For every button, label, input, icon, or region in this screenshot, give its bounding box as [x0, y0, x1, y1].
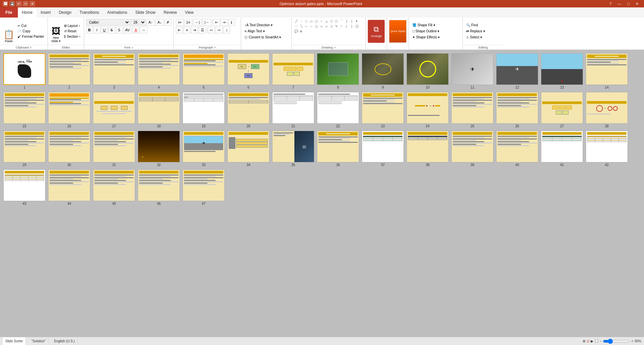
shape-flowchart-icon[interactable]: ⬜ [354, 24, 359, 29]
shape-double-arrow-icon[interactable]: ↔ [309, 24, 314, 29]
slide-item[interactable]: ✈ 32 [138, 131, 180, 167]
slide-item[interactable]: 44 [48, 169, 90, 206]
paste-button[interactable]: 📋 Paste [2, 20, 15, 43]
slide-item[interactable]: 2 [48, 53, 90, 89]
font-name-select[interactable]: Calibri [86, 19, 130, 26]
slide-item[interactable]: 39 [451, 131, 493, 167]
slide-item[interactable]: 40 [496, 131, 538, 167]
slide-item[interactable]: 46 [138, 169, 180, 206]
menu-animations[interactable]: Animations [103, 7, 131, 18]
slide-item[interactable]: 5 [183, 53, 225, 89]
text-direction-button[interactable]: ↕A Text Direction ▾ [243, 23, 274, 28]
view-slideshow-icon[interactable]: ⛶ [595, 339, 598, 343]
cut-button[interactable]: ✂ Cut [16, 23, 45, 28]
bullets-button[interactable]: ≡• [176, 19, 183, 26]
clipboard-expand-icon[interactable]: ↗ [29, 46, 32, 49]
slide-item[interactable]: 47 [183, 169, 225, 206]
slide-item[interactable]: ● → ● 24 [407, 92, 449, 128]
font-size-select[interactable]: 28 [131, 19, 146, 26]
shape-para-icon[interactable]: ▱ [324, 24, 329, 29]
decrease-indent-button[interactable]: ←| [193, 19, 202, 26]
rtl2-button[interactable]: ⇦ [208, 27, 215, 33]
shape-speech-icon[interactable]: 💬 [294, 29, 298, 34]
justify-button[interactable]: ☰ [199, 27, 206, 33]
shape-pentagon-icon[interactable]: ⬠ [334, 19, 339, 24]
shadow-button[interactable]: S [116, 27, 123, 33]
slide-item[interactable]: 23 [362, 92, 404, 128]
language-tab[interactable]: English (U.S.) [51, 337, 78, 345]
decrease-font-button[interactable]: A↓ [155, 19, 164, 26]
view-slide-sorter-icon[interactable]: ⊡ [587, 339, 589, 343]
replace-button[interactable]: ⇄ Replace ▾ [465, 29, 486, 34]
file-menu[interactable]: File [0, 7, 18, 18]
bold-button[interactable]: B [86, 27, 93, 33]
shape-callout-icon[interactable]: ◻ [314, 24, 319, 29]
shape-line-icon[interactable]: ╱ [294, 19, 298, 24]
select-button[interactable]: ⊹ Select ▾ [465, 35, 483, 40]
shape-rounded-icon[interactable]: ▢ [314, 19, 319, 24]
increase-font-button[interactable]: A↑ [147, 19, 155, 26]
font-color-button[interactable]: A [132, 27, 139, 33]
rtl-button[interactable]: ⇐ [213, 19, 220, 26]
font-expand-icon[interactable]: ↗ [131, 46, 133, 49]
close-button[interactable]: ✕ [633, 2, 641, 6]
drawing-expand-icon[interactable]: ↗ [333, 46, 336, 49]
menu-transitions[interactable]: Transitions [75, 7, 103, 18]
line-spacing-button[interactable]: ↕ [223, 27, 230, 33]
slide-item[interactable]: 14 [586, 53, 628, 89]
align-right-button[interactable]: ⇥ [191, 27, 198, 33]
slide-item[interactable]: 25 [451, 92, 493, 128]
slide-item[interactable]: 22 [317, 92, 359, 128]
slide-item[interactable]: ● 13 [541, 53, 583, 89]
underline-button[interactable]: U [101, 27, 108, 33]
maximize-button[interactable]: □ [624, 2, 632, 6]
slide-item[interactable]: 18 [138, 92, 180, 128]
align-center-button[interactable]: ≡ [184, 27, 190, 33]
shape-brace2-icon[interactable]: ⌋ [349, 24, 354, 29]
slide-item[interactable]: 26 [496, 92, 538, 128]
minimize-button[interactable]: — [615, 2, 624, 6]
shape-elbow-icon[interactable]: ⌐ [304, 24, 309, 29]
slide-item[interactable]: 36 [317, 131, 359, 167]
convert-smartart-button[interactable]: ⬡ Convert to SmartArt ▾ [243, 35, 282, 40]
slide-item[interactable]: 31 [93, 131, 135, 167]
shape-heart-icon[interactable]: ♡ [339, 24, 344, 29]
menu-design[interactable]: Design [55, 7, 75, 18]
slide-item[interactable]: Box → Box End 6 [227, 53, 269, 89]
strikethrough-button[interactable]: S̶ [108, 27, 115, 33]
shape-rect-icon[interactable]: □ [304, 19, 309, 24]
shape-triangle-icon[interactable]: △ [324, 19, 329, 24]
slide-item[interactable]: 4 [138, 53, 180, 89]
slide-item[interactable]: 37 [362, 131, 404, 167]
shape-rect2-icon[interactable]: ▭ [309, 19, 314, 24]
shape-trapez-icon[interactable]: ⌺ [329, 24, 334, 29]
shape-curve-icon[interactable]: ⌒ [339, 19, 344, 24]
menu-home[interactable]: Home [18, 7, 37, 18]
slide-item[interactable]: 🏢 35 [272, 131, 314, 167]
view-normal-icon[interactable]: ⊞ [583, 339, 585, 343]
align-left-button[interactable]: ⇤ [176, 27, 183, 33]
new-slide-button[interactable]: 🖼 NewSlide ▾ [50, 20, 62, 43]
shape-fill-button[interactable]: 🪣 Shape Fill ▾ [411, 23, 436, 28]
slide-item[interactable]: 21 [272, 92, 314, 128]
numbering-button[interactable]: 1≡ [184, 19, 193, 26]
view-reading-icon[interactable]: ▶ [591, 339, 593, 343]
shape-extra-icon[interactable]: ⊕ [299, 29, 303, 34]
slide-item[interactable]: 45 [93, 169, 135, 206]
slide-item[interactable]: بسم الله 1 [3, 53, 45, 89]
slide-item[interactable]: ✈ 11 [451, 53, 493, 89]
zoom-slider[interactable] [603, 339, 630, 344]
menu-slideshow[interactable]: Slide Show [131, 7, 160, 18]
layout-button[interactable]: ⊞ Layout ▾ [63, 23, 82, 28]
slide-item[interactable]: 3 [93, 53, 135, 89]
slide-item[interactable]: 43 [3, 169, 45, 206]
section-button[interactable]: § Section ▾ [63, 34, 82, 39]
arrange-button[interactable]: ⧉ Arrange [368, 20, 385, 43]
menu-view[interactable]: View [181, 7, 198, 18]
shape-bracket2-icon[interactable]: } [349, 19, 354, 24]
slide-item[interactable]: 30 [48, 131, 90, 167]
columns-button[interactable]: ⫿ [228, 19, 235, 26]
slide-item[interactable]: 8 [317, 53, 359, 89]
shape-outline-button[interactable]: □ Shape Outline ▾ [411, 29, 441, 34]
slide-item[interactable]: 16 [48, 92, 90, 128]
